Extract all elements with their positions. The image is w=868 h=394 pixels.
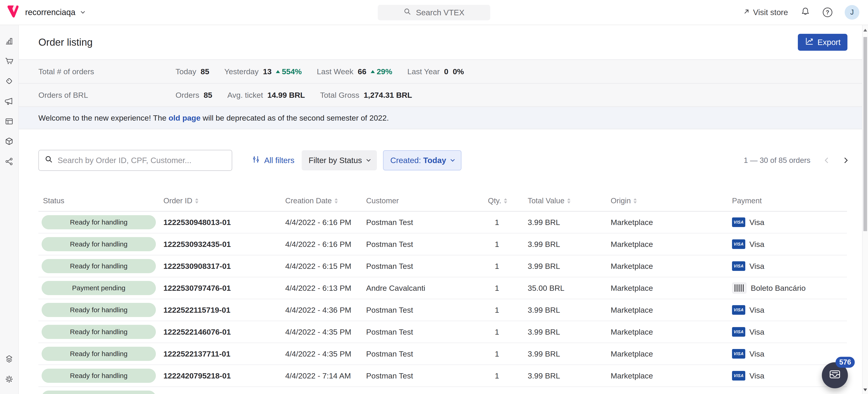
- sidebar-item-settings[interactable]: [4, 374, 14, 384]
- sidebar-item-layers[interactable]: [4, 354, 14, 364]
- scrollbar-thumb[interactable]: [863, 37, 867, 231]
- stat-metric: Orders 85: [176, 91, 212, 100]
- column-header[interactable]: Payment: [730, 196, 847, 205]
- sidebar-item-bar-chart[interactable]: [4, 36, 14, 46]
- total-value-cell: 3.99 BRL: [525, 262, 609, 271]
- creation-date-cell: 4/4/2022 - 7:14 AM: [283, 371, 364, 380]
- origin-cell: Marketplace: [609, 350, 730, 358]
- table-row[interactable]: Ready for handling 1222530932435-01 4/4/…: [38, 233, 847, 255]
- payment-label: Visa: [749, 350, 765, 358]
- sort-icon: [567, 198, 570, 203]
- total-value-cell: 35.00 BRL: [525, 284, 609, 293]
- global-search[interactable]: Search VTEX: [378, 5, 490, 20]
- column-header[interactable]: Qty.: [486, 196, 525, 205]
- sidebar: [0, 25, 19, 394]
- barcode-icon: [732, 282, 747, 294]
- table-row[interactable]: Ready for handling 1222522137711-01 4/4/…: [38, 343, 847, 365]
- banner-text: Welcome to the new experience! The: [38, 113, 169, 122]
- visa-icon: VISA: [732, 218, 745, 227]
- payment-cell: VISA Visa: [730, 261, 847, 271]
- sort-icon: [504, 198, 507, 203]
- status-cell: Ready for handling: [38, 303, 161, 317]
- visa-icon: VISA: [732, 371, 745, 381]
- sidebar-item-megaphone[interactable]: [4, 96, 14, 106]
- account-switcher[interactable]: recorrenciaqa: [0, 5, 84, 20]
- origin-cell: Marketplace: [609, 306, 730, 315]
- stats-row-label: Orders of BRL: [19, 91, 176, 100]
- notifications-bell-icon[interactable]: [800, 6, 810, 18]
- stat-metric: Yesterday 13 554%: [224, 67, 302, 76]
- status-badge: Ready for handling: [41, 303, 156, 317]
- order-search-input[interactable]: [58, 156, 227, 165]
- gear-icon: [4, 374, 14, 384]
- order-id-cell: 1222530948013-01: [161, 218, 283, 227]
- visit-store-link[interactable]: Visit store: [743, 8, 788, 17]
- filter-by-status-chip[interactable]: Filter by Status: [302, 150, 377, 170]
- visa-icon: VISA: [732, 305, 745, 315]
- status-badge: [41, 391, 156, 394]
- order-id-cell: 1222420795218-01: [161, 371, 283, 380]
- customer-cell: Postman Test: [364, 350, 486, 358]
- table-row[interactable]: Ready for handling 1222522115719-01 4/4/…: [38, 299, 847, 321]
- sidebar-item-share[interactable]: [4, 157, 14, 166]
- scroll-down-arrow-icon[interactable]: [863, 389, 867, 391]
- customer-cell: Postman Test: [364, 328, 486, 336]
- sidebar-item-tag[interactable]: [4, 76, 14, 86]
- visa-icon: VISA: [732, 349, 745, 359]
- creation-date-cell: 4/4/2022 - 4:35 PM: [283, 350, 364, 358]
- table-row-partial[interactable]: [38, 387, 847, 394]
- stat-metric: Today 85: [176, 67, 209, 76]
- next-page-button[interactable]: [842, 157, 848, 163]
- order-id-cell: 1222522146076-01: [161, 328, 283, 336]
- chart-export-icon: [805, 37, 814, 48]
- help-icon[interactable]: ?: [823, 7, 832, 17]
- layers-icon: [4, 354, 14, 364]
- column-header[interactable]: Total Value: [525, 196, 609, 205]
- avatar[interactable]: J: [845, 5, 859, 20]
- chevron-down-icon: [81, 9, 85, 13]
- previous-page-button[interactable]: [825, 157, 830, 163]
- origin-cell: Marketplace: [609, 218, 730, 227]
- qty-cell: 1: [486, 306, 525, 315]
- sidebar-item-cart[interactable]: [4, 56, 14, 66]
- export-button[interactable]: Export: [798, 34, 847, 51]
- column-header[interactable]: Status: [38, 196, 161, 205]
- column-header[interactable]: Order ID: [161, 196, 283, 205]
- origin-cell: Marketplace: [609, 328, 730, 336]
- scroll-up-arrow-icon[interactable]: [863, 29, 867, 32]
- chevron-down-icon: [451, 157, 455, 162]
- table-row[interactable]: Ready for handling 1222420795218-01 4/4/…: [38, 365, 847, 387]
- qty-cell: 1: [486, 262, 525, 271]
- origin-cell: Marketplace: [609, 240, 730, 249]
- status-cell: Ready for handling: [38, 237, 161, 251]
- tag-icon: [4, 76, 14, 86]
- banner-text: will be deprecated as of the second seme…: [200, 113, 389, 122]
- visa-icon: VISA: [732, 239, 745, 249]
- status-badge: Ready for handling: [41, 259, 156, 273]
- all-filters-button[interactable]: All filters: [251, 155, 294, 166]
- customer-cell: Postman Test: [364, 371, 486, 380]
- sort-icon: [633, 198, 637, 203]
- column-header[interactable]: Origin: [609, 196, 730, 205]
- sidebar-item-layout[interactable]: [4, 117, 14, 126]
- page-title: Order listing: [38, 37, 93, 48]
- table-row[interactable]: Ready for handling 1222530908317-01 4/4/…: [38, 255, 847, 277]
- customer-cell: Andre Cavalcanti: [364, 284, 486, 293]
- inbox-fab-button[interactable]: 576: [822, 362, 848, 388]
- bar-chart-icon: [4, 36, 14, 46]
- column-header[interactable]: Customer: [364, 196, 486, 205]
- table-row[interactable]: Ready for handling 1222522146076-01 4/4/…: [38, 321, 847, 343]
- table-row[interactable]: Ready for handling 1222530948013-01 4/4/…: [38, 211, 847, 233]
- payment-cell: VISA Visa: [730, 239, 847, 249]
- old-page-link[interactable]: old page: [169, 113, 201, 122]
- stats-panel: Total # of orders Today 85 Yesterday 13 …: [19, 59, 868, 107]
- customer-cell: Postman Test: [364, 240, 486, 249]
- column-header[interactable]: Creation Date: [283, 196, 364, 205]
- table-row[interactable]: Payment pending 1222530797476-01 4/4/202…: [38, 277, 847, 299]
- vertical-scrollbar[interactable]: [862, 25, 868, 394]
- created-filter-chip[interactable]: Created: Today: [383, 150, 461, 170]
- payment-label: Visa: [749, 371, 765, 380]
- sidebar-item-box[interactable]: [4, 137, 14, 146]
- status-cell: Ready for handling: [38, 347, 161, 361]
- total-value-cell: 3.99 BRL: [525, 240, 609, 249]
